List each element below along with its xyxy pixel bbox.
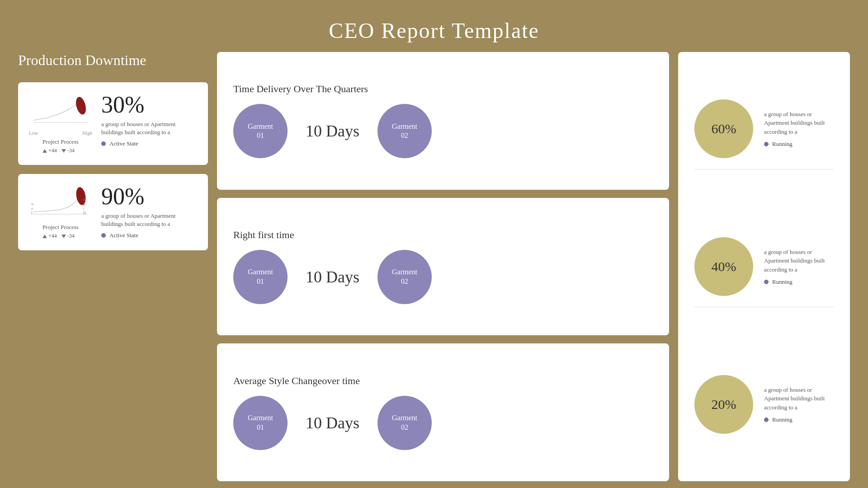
garment-badge-2b: Garment 02 <box>377 250 432 304</box>
garment-badge-3b: Garment 02 <box>377 396 432 450</box>
description-2: a group of houses or Apartment buildings… <box>101 212 197 228</box>
right-column: 60% a group of houses or Apartment build… <box>678 52 850 481</box>
percent-60-text: 60% <box>712 121 736 136</box>
circle-60: 60% <box>694 99 753 158</box>
arrow-down-icon-1 <box>61 149 66 153</box>
main-layout: Production Downtime <box>0 52 868 481</box>
running-label-1: Running <box>764 141 834 148</box>
garment-line1-1a: Garment <box>248 122 273 131</box>
right-desc-1: a group of houses or Apartment buildings… <box>764 110 834 136</box>
middle-column: Time Delivery Over The Quarters Garment … <box>217 52 669 481</box>
active-state-2: Active State <box>101 232 197 239</box>
garment-line1-2b: Garment <box>392 267 417 277</box>
svg-text:H: H <box>83 211 86 215</box>
dot-icon-2 <box>101 233 106 238</box>
svg-text:i: i <box>83 206 85 211</box>
days-text-3: 10 Days <box>306 413 359 432</box>
stat-up-2: +44 <box>42 233 57 239</box>
stat-down-2: -34 <box>61 233 75 239</box>
svg-text:g: g <box>83 202 85 206</box>
days-text-1: 10 Days <box>306 122 359 141</box>
metric-label-1: Project Process <box>42 138 79 145</box>
percent-40-text: 40% <box>712 259 736 274</box>
chart-info-1: Project Process +44 -34 <box>42 138 79 154</box>
garment-line1-1b: Garment <box>392 122 417 131</box>
garment-line1-2a: Garment <box>248 267 273 277</box>
chart-high-1: High <box>82 130 92 136</box>
garment-line1-3a: Garment <box>248 413 273 423</box>
svg-text:w: w <box>31 202 34 206</box>
svg-text:L: L <box>31 211 33 215</box>
active-state-label-2: Active State <box>109 232 138 239</box>
percentage-1: 30% <box>101 93 197 117</box>
metric-title-3: Average Style Changeover time <box>233 375 653 387</box>
chart-area-1: Low High Project Process +44 - <box>29 93 92 154</box>
running-text-2: Running <box>772 278 793 286</box>
arrow-down-icon-2 <box>61 235 66 238</box>
arrow-up-icon-1 <box>42 149 47 153</box>
running-dot-3 <box>764 418 769 422</box>
metric-title-2: Right first time <box>233 229 653 241</box>
stat-down-value-2: -34 <box>67 233 75 239</box>
running-label-2: Running <box>764 278 834 286</box>
svg-text:o: o <box>31 206 33 211</box>
metric-card-3: Average Style Changeover time Garment 01… <box>217 343 669 481</box>
percent-20-text: 20% <box>712 397 736 412</box>
running-dot-2 <box>764 280 769 284</box>
stat-up-value-1: +44 <box>48 147 57 154</box>
right-section-3: 20% a group of houses or Apartment build… <box>694 375 834 434</box>
dot-icon-1 <box>101 141 106 146</box>
card-inner-2: L o w H i g h Project Process <box>29 185 197 239</box>
metric-content-1: Garment 01 10 Days Garment 02 <box>233 104 653 158</box>
chart-low-1: Low <box>29 130 38 136</box>
metric-content-3: Garment 01 10 Days Garment 02 <box>233 396 653 450</box>
garment-badge-3a: Garment 01 <box>233 396 288 450</box>
garment-badge-1b: Garment 02 <box>377 104 432 158</box>
garment-line2-3b: 02 <box>401 423 408 432</box>
card-right-2: 90% a group of houses or Apartment build… <box>101 185 197 239</box>
stat-up-value-2: +44 <box>48 233 57 239</box>
garment-line1-3b: Garment <box>392 413 417 423</box>
right-section-1: 60% a group of houses or Apartment build… <box>694 99 834 169</box>
running-text-3: Running <box>772 416 793 423</box>
svg-text:h: h <box>83 197 85 202</box>
metric-card-2: Right first time Garment 01 10 Days Garm… <box>217 198 669 336</box>
active-state-label-1: Active State <box>109 140 138 147</box>
chart-info-2: Project Process +44 -34 <box>42 224 79 239</box>
active-state-1: Active State <box>101 140 197 147</box>
chart-svg-2: L o w H i g h <box>29 185 92 221</box>
garment-line2-3a: 01 <box>257 423 264 432</box>
page-title: CEO Report Template <box>0 0 868 52</box>
stat-down-value-1: -34 <box>67 147 75 154</box>
metric-label-2: Project Process <box>42 224 79 231</box>
running-text-1: Running <box>772 141 793 148</box>
garment-line2-2a: 01 <box>257 277 264 286</box>
description-1: a group of houses or Apartment buildings… <box>101 120 197 136</box>
left-column: Production Downtime <box>18 52 208 481</box>
running-dot-1 <box>764 142 769 146</box>
right-info-3: a group of houses or Apartment buildings… <box>764 385 834 424</box>
garment-badge-2a: Garment 01 <box>233 250 288 304</box>
metric-content-2: Garment 01 10 Days Garment 02 <box>233 250 653 304</box>
chart-stats-2: +44 -34 <box>42 233 79 239</box>
garment-line2-2b: 02 <box>401 277 408 286</box>
metric-card-1: Time Delivery Over The Quarters Garment … <box>217 52 669 190</box>
circle-40: 40% <box>694 237 753 296</box>
right-desc-3: a group of houses or Apartment buildings… <box>764 385 834 412</box>
downtime-card-1: Low High Project Process +44 - <box>18 82 208 165</box>
metric-title-1: Time Delivery Over The Quarters <box>233 83 653 95</box>
garment-line2-1b: 02 <box>401 131 408 141</box>
right-card: 60% a group of houses or Apartment build… <box>678 52 850 481</box>
chart-svg-1 <box>29 93 92 129</box>
chart-stats-1: +44 -34 <box>42 147 79 154</box>
arrow-up-icon-2 <box>42 235 47 238</box>
downtime-card-2: L o w H i g h Project Process <box>18 174 208 250</box>
percentage-2: 90% <box>101 185 197 208</box>
chart-labels-1: Low High <box>29 130 92 136</box>
card-right-1: 30% a group of houses or Apartment build… <box>101 93 197 147</box>
right-info-2: a group of houses or Apartment buildings… <box>764 248 834 286</box>
right-desc-2: a group of houses or Apartment buildings… <box>764 248 834 274</box>
running-label-3: Running <box>764 416 834 423</box>
right-section-2: 40% a group of houses or Apartment build… <box>694 237 834 307</box>
stat-up-1: +44 <box>42 147 57 154</box>
